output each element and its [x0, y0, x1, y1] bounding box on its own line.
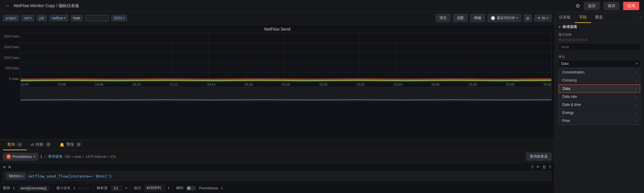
datetime-chevron-icon: › — [635, 103, 637, 106]
x-label-6: 23:16 — [244, 83, 253, 86]
query-options-link[interactable]: 查询选项 — [48, 154, 62, 159]
min-step-info-icon[interactable]: ℹ — [74, 186, 75, 190]
port-value: 9101 — [114, 16, 122, 20]
unit-item-currency[interactable]: Currency › — [559, 76, 640, 84]
unit-item-currency-label: Currency — [562, 78, 577, 82]
legend-info-icon[interactable]: ℹ — [13, 186, 15, 190]
x-label-5: 23:14 — [207, 83, 216, 86]
section-header-a[interactable]: ∨ A ⎘ 👁 🗑 ⠿ — [3, 165, 552, 169]
metrics-input-row: Metrics ▾ netflow_send_flow{instance=~'$… — [3, 171, 552, 181]
unit-item-data[interactable]: Data › — [559, 84, 640, 93]
zoom-out-icon: ⊖ — [526, 16, 530, 21]
alert-icon: 🔔 — [60, 142, 64, 147]
format-value[interactable]: 时间序列 — [144, 185, 165, 192]
display-name-hint: 更改字段或序列名称 — [558, 38, 640, 42]
apply-button[interactable]: 应用 — [623, 2, 639, 10]
x-label-1: 23:06 — [58, 83, 66, 86]
save-button[interactable]: 保存 — [603, 2, 620, 10]
toggle-knob — [187, 186, 191, 190]
resolution-chevron-icon: ▾ — [126, 186, 127, 190]
unit-item-concentration[interactable]: Concentration › — [559, 68, 640, 76]
refresh-button[interactable]: ⟳ 5s ▾ — [534, 15, 552, 22]
fill-button[interactable]: 填充 — [436, 14, 451, 22]
unit-item-flow[interactable]: Flow › — [559, 117, 640, 125]
display-name-input[interactable] — [558, 43, 640, 51]
prometheus-datasource-icon: P — [6, 154, 11, 159]
y-label-1: 1500 Data — [4, 45, 19, 49]
unit-selector[interactable]: Data ▾ — [558, 60, 640, 68]
refresh-icon: ⟳ — [538, 16, 541, 20]
unit-item-flow-label: Flow — [562, 119, 570, 123]
metrics-query-text[interactable]: netflow_send_flow{instance=~'$host'} — [28, 174, 548, 178]
unit-item-datarate[interactable]: Data rate › — [559, 93, 640, 101]
host-label: host — [73, 16, 80, 20]
tab-query[interactable]: 查询 1 — [3, 139, 27, 150]
metrics-label-text: Metrics — [9, 174, 21, 178]
refresh-chevron-icon: ▾ — [547, 16, 548, 20]
datasource-selector[interactable]: P Prometheus ▾ — [3, 153, 38, 161]
min-step-label: 最小步长 — [56, 186, 71, 191]
tab-override-label: 覆盖 — [595, 15, 603, 19]
drag-icon[interactable]: ⠿ — [549, 165, 552, 169]
project-tag[interactable]: project — [3, 15, 19, 21]
delete-icon[interactable]: 🗑 — [542, 165, 546, 169]
chart-canvas[interactable] — [20, 33, 552, 82]
netflow-chevron-icon: ▾ — [64, 16, 66, 20]
resolution-value[interactable]: 1/1 — [111, 185, 123, 191]
svg-rect-18 — [21, 87, 551, 101]
right-panel-expand-button[interactable]: › — [637, 13, 644, 22]
unit-item-datetime[interactable]: Date & time › — [559, 101, 640, 109]
mini-chart[interactable] — [20, 87, 552, 101]
unit-item-energy[interactable]: Energy › — [559, 109, 640, 117]
y-label-0: 2000 Data — [4, 34, 19, 38]
exact-button[interactable]: 精确 — [470, 14, 485, 22]
port-tag[interactable]: 9101 ▾ — [111, 15, 127, 21]
fit-button[interactable]: 适配 — [453, 14, 468, 22]
legend-value[interactable]: send{{remoteip}} — [18, 185, 49, 191]
query-inspector-button[interactable]: 查询检查器 — [526, 153, 552, 161]
tab-field-label: 字段 — [579, 15, 587, 19]
host-input[interactable] — [85, 15, 109, 21]
standard-options-title[interactable]: ∨ 标准选项 — [555, 23, 644, 31]
tab-override[interactable]: 覆盖 — [591, 12, 607, 23]
unit-dropdown-container: Data ▾ Concentration › Currency › — [558, 60, 640, 125]
gear-icon[interactable]: ⚙ — [575, 3, 580, 9]
prometheus-text: Prometheus — [199, 186, 218, 190]
standard-options-label: 标准选项 — [563, 24, 577, 29]
copy-icon[interactable]: ⎘ — [531, 165, 534, 169]
unit-chevron-icon: ▾ — [636, 62, 638, 66]
expand-icon[interactable]: › — [44, 154, 46, 159]
right-tabs: 仪表板 字段 覆盖 › — [555, 12, 644, 23]
zoom-out-button[interactable]: ⊖ — [524, 14, 532, 22]
interval-toggle[interactable] — [186, 186, 196, 191]
tab-field[interactable]: 字段 — [575, 12, 591, 23]
back-button[interactable]: ← — [5, 3, 10, 9]
refresh-rate-label: 5s — [542, 16, 546, 20]
query-info-icon[interactable]: ℹ — [41, 154, 42, 159]
job-tag[interactable]: job — [37, 15, 47, 21]
unit-selected-value: Data — [561, 62, 569, 66]
eye-icon[interactable]: 👁 — [536, 165, 540, 169]
tab-alert-count: 0 — [76, 142, 82, 147]
netflow-tag[interactable]: netflow ▾ — [49, 15, 68, 21]
prometheus-info-icon[interactable]: ℹ — [221, 186, 223, 190]
y-label-4: 0 Data — [4, 77, 19, 81]
tab-dashboard[interactable]: 仪表板 — [555, 12, 575, 23]
unit-item-energy-label: Energy — [562, 111, 574, 115]
tab-transform[interactable]: ⇄ 转换 0 — [27, 139, 55, 150]
net-chevron-icon: ▾ — [30, 16, 32, 20]
x-label-0: 23:04 — [20, 83, 29, 86]
tab-query-label: 查询 — [7, 142, 15, 147]
datasource-chevron-icon: ▾ — [33, 155, 35, 158]
host-tag[interactable]: host — [71, 15, 83, 21]
min-step-value[interactable] — [78, 187, 90, 189]
abandon-button[interactable]: 放弃 — [584, 2, 600, 10]
tab-alert[interactable]: 🔔 警报 0 — [55, 139, 86, 150]
x-label-12: 23:28 — [469, 83, 477, 86]
x-label-7: 23:18 — [282, 83, 290, 86]
time-range-selector[interactable]: 🕐 最近30分钟 ▾ — [487, 14, 521, 22]
net-tag[interactable]: net ▾ — [21, 15, 34, 21]
unit-label: 单位 — [558, 54, 640, 59]
toolbar-row: project net ▾ job netflow ▾ host 9101 ▾ — [0, 12, 555, 24]
metrics-label[interactable]: Metrics ▾ — [6, 173, 26, 179]
